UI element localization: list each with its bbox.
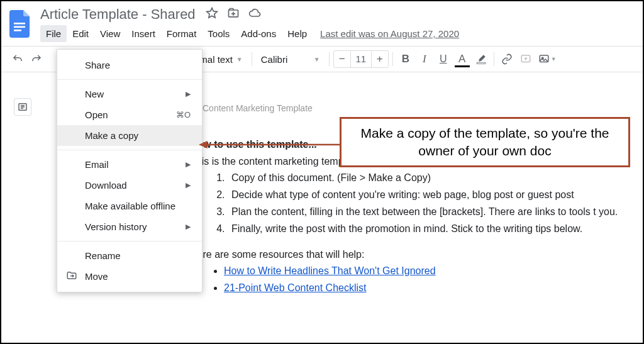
file-email-item[interactable]: Email▶ xyxy=(57,154,202,175)
resources-intro: Here are some resources that will help: xyxy=(190,247,643,262)
steps-list: Copy of this document. (File > Make a Co… xyxy=(190,169,643,238)
undo-button[interactable] xyxy=(9,50,26,69)
menu-addons[interactable]: Add-ons xyxy=(235,25,282,42)
file-new-item[interactable]: New▶ xyxy=(57,84,202,104)
menu-insert[interactable]: Insert xyxy=(126,25,161,42)
insert-image-button[interactable]: ▼ xyxy=(536,50,559,69)
move-folder-icon xyxy=(66,270,77,283)
document-title[interactable]: Article Template - Shared xyxy=(40,6,196,23)
move-to-drive-icon[interactable] xyxy=(227,7,240,22)
text-color-button[interactable]: A xyxy=(453,50,471,69)
list-item: How to Write Headlines That Won't Get Ig… xyxy=(224,262,643,279)
font-size-value[interactable]: 11 xyxy=(350,51,372,67)
resources-list: How to Write Headlines That Won't Get Ig… xyxy=(190,262,643,296)
redo-button[interactable] xyxy=(28,50,45,69)
menu-view[interactable]: View xyxy=(94,25,126,42)
resource-link[interactable]: 21-Point Web Content Checklist xyxy=(224,282,366,293)
bold-button[interactable]: B xyxy=(397,50,414,69)
menu-bar: File Edit View Insert Format Tools Add-o… xyxy=(40,25,459,42)
cloud-status-icon[interactable] xyxy=(248,7,261,22)
font-size-increase-button[interactable]: + xyxy=(372,53,388,65)
menu-file[interactable]: File xyxy=(40,25,67,42)
file-version-history-item[interactable]: Version history▶ xyxy=(57,216,202,237)
resource-link[interactable]: How to Write Headlines That Won't Get Ig… xyxy=(224,265,436,276)
annotation-callout: Make a copy of the template, so you're t… xyxy=(340,117,630,167)
last-edit-link[interactable]: Last edit was on August 27, 2020 xyxy=(320,28,459,39)
svg-rect-4 xyxy=(477,62,486,64)
menu-tools[interactable]: Tools xyxy=(202,25,235,42)
list-item: Copy of this document. (File > Make a Co… xyxy=(228,169,643,186)
file-rename-item[interactable]: Rename xyxy=(57,245,202,266)
file-make-a-copy-item[interactable]: Make a copy xyxy=(57,125,202,146)
chevron-down-icon: ▼ xyxy=(314,56,320,63)
submenu-arrow-icon: ▶ xyxy=(186,223,191,231)
preliminary-line: Content Marketing Template xyxy=(190,102,643,114)
submenu-arrow-icon: ▶ xyxy=(186,181,191,189)
menu-format[interactable]: Format xyxy=(161,25,203,42)
font-family-dropdown[interactable]: Calibri ▼ xyxy=(256,50,325,69)
keyboard-shortcut: ⌘O xyxy=(176,110,191,119)
file-share-item[interactable]: Share xyxy=(57,55,202,75)
underline-button[interactable]: U xyxy=(435,50,452,69)
svg-rect-0 xyxy=(14,23,25,25)
svg-marker-13 xyxy=(199,141,208,148)
chevron-down-icon: ▼ xyxy=(236,56,243,63)
file-download-item[interactable]: Download▶ xyxy=(57,175,202,196)
add-comment-button[interactable] xyxy=(517,50,535,69)
menu-help[interactable]: Help xyxy=(282,25,313,42)
docs-logo-icon[interactable] xyxy=(9,9,31,39)
menu-edit[interactable]: Edit xyxy=(67,25,94,42)
outline-toggle-button[interactable] xyxy=(14,98,31,116)
submenu-arrow-icon: ▶ xyxy=(186,160,191,169)
star-icon[interactable] xyxy=(206,7,218,22)
italic-button[interactable]: I xyxy=(416,50,433,69)
file-offline-item[interactable]: Make available offline xyxy=(57,196,202,216)
font-family-value: Calibri xyxy=(261,54,288,65)
highlight-color-button[interactable] xyxy=(472,50,490,69)
svg-rect-1 xyxy=(14,26,25,28)
insert-link-button[interactable] xyxy=(498,50,516,69)
list-item: 21-Point Web Content Checklist xyxy=(224,279,643,296)
file-menu-dropdown: Share New▶ Open⌘O Make a copy Email▶ Dow… xyxy=(57,49,203,292)
font-size-decrease-button[interactable]: − xyxy=(334,53,350,65)
list-item: Decide what type of content you're writi… xyxy=(228,186,643,203)
list-item: Plan the content, filling in the text be… xyxy=(228,203,643,220)
font-size-control: − 11 + xyxy=(333,50,389,68)
annotation-arrow-icon xyxy=(199,141,340,142)
submenu-arrow-icon: ▶ xyxy=(186,90,191,98)
list-item: Finally, write the post with the promoti… xyxy=(228,220,643,237)
file-open-item[interactable]: Open⌘O xyxy=(57,104,202,125)
svg-rect-2 xyxy=(14,30,21,31)
file-move-item[interactable]: Move xyxy=(57,266,202,287)
